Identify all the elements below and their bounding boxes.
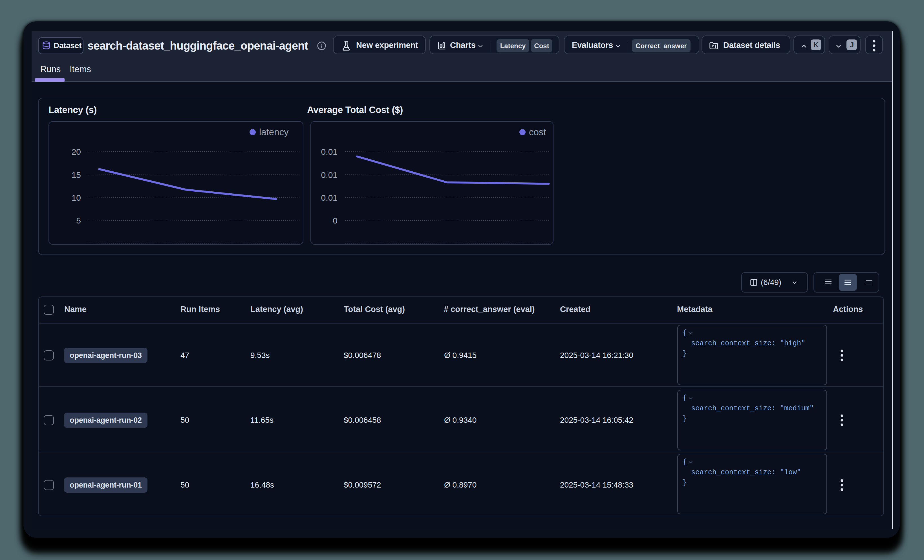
svg-text:cost: cost <box>529 127 546 137</box>
svg-text:0.01: 0.01 <box>321 193 338 202</box>
svg-text:0.01: 0.01 <box>321 147 338 156</box>
svg-text:10: 10 <box>72 193 81 202</box>
svg-text:5: 5 <box>76 216 81 225</box>
svg-text:0.01: 0.01 <box>321 170 338 180</box>
svg-text:20: 20 <box>72 147 81 156</box>
svg-text:0: 0 <box>333 216 338 225</box>
svg-text:15: 15 <box>72 170 81 180</box>
svg-text:latency: latency <box>259 127 289 137</box>
